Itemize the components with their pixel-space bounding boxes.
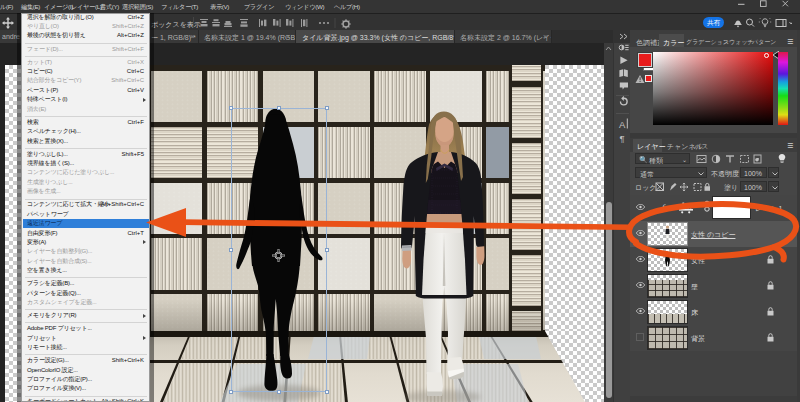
svg-text:¶: ¶ — [619, 133, 624, 144]
svg-text:A: A — [619, 119, 626, 130]
